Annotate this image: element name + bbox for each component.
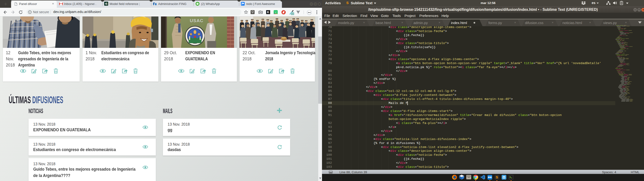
svg-text:USAC: USAC xyxy=(190,18,204,23)
